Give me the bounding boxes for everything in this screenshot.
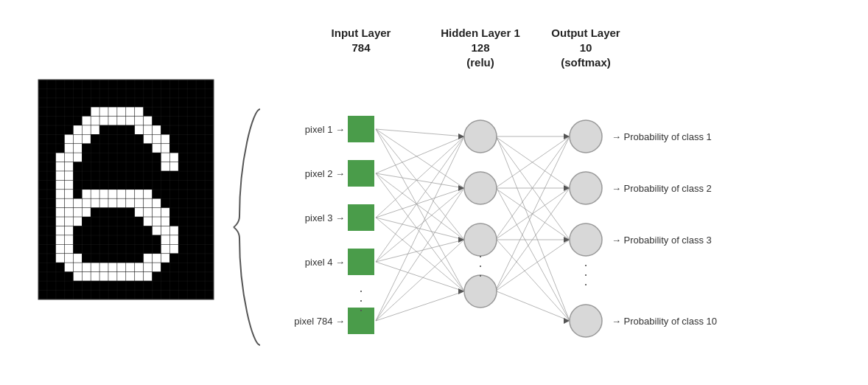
diagram-container	[0, 0, 868, 385]
